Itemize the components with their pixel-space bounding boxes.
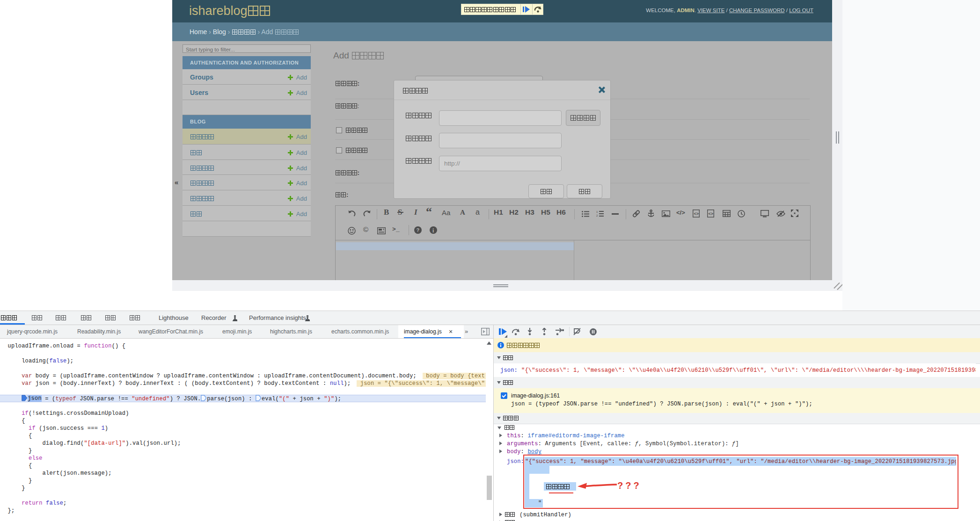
svg-text:<>: <> <box>694 211 699 216</box>
svg-text:<>: <> <box>709 211 714 216</box>
svg-text:?: ? <box>417 227 420 233</box>
svg-text:1: 1 <box>596 210 598 213</box>
svg-text:2: 2 <box>596 214 598 217</box>
